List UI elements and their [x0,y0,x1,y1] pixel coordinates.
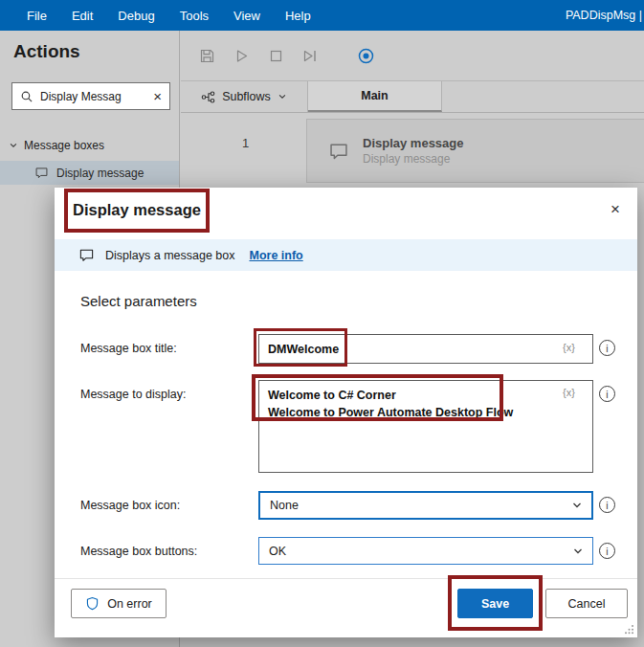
menubar: File Edit Debug Tools View Help PADDispM… [0,0,644,31]
message-to-display-label: Message to display: [80,388,186,401]
on-error-label: On error [107,597,152,611]
subflows-dropdown[interactable]: Subflows [181,81,308,112]
chevron-down-icon [572,546,584,557]
message-icon [34,166,49,180]
window-title: PADDispMsg | [566,9,644,22]
save-icon [199,48,215,64]
run-next-action-button[interactable] [300,45,321,66]
actions-search-input[interactable]: Display Messag × [11,82,170,110]
clear-search-icon[interactable]: × [153,89,162,103]
app-window: File Edit Debug Tools View Help PADDispM… [0,0,644,647]
info-icon[interactable]: i [599,340,615,356]
dialog-description: Displays a message box [105,249,234,262]
menu-file[interactable]: File [14,0,59,31]
info-icon[interactable]: i [599,543,615,559]
dialog-description-bar: Displays a message box More info [55,239,637,271]
dialog-footer: On error Save Cancel [55,578,637,637]
message-icon [328,141,349,162]
on-error-button[interactable]: On error [71,589,167,618]
menu-view[interactable]: View [221,0,273,31]
chevron-down-icon [571,500,583,511]
save-flow-button[interactable] [196,45,217,66]
search-query: Display Messag [40,90,146,103]
message-box-buttons-select[interactable]: OK [258,537,593,565]
message-box-title-input[interactable] [258,334,593,364]
action-card-subtitle: Display message [363,152,464,166]
stop-flow-button[interactable] [265,45,286,66]
action-card-display-message[interactable]: Display message Display message [306,119,644,183]
resize-grip[interactable] [624,624,634,635]
menu-tools[interactable]: Tools [167,0,221,31]
subflow-icon [201,90,215,104]
section-title: Select parameters [80,293,197,309]
menu-edit[interactable]: Edit [59,0,105,31]
run-next-icon [301,48,319,64]
designer-toolbar [181,31,644,80]
sidebar-item-display-message[interactable]: Display message [0,161,179,185]
shield-icon [85,596,100,611]
menu-debug[interactable]: Debug [105,0,167,31]
variable-picker-icon[interactable]: {x} [563,342,575,353]
recorder-button[interactable] [355,45,376,66]
sidebar-item-label: Display message [56,167,144,180]
menu-help[interactable]: Help [273,0,323,31]
tab-main-label: Main [361,89,388,102]
close-icon[interactable]: × [603,197,628,222]
selected-option: None [270,499,299,512]
message-box-icon-select[interactable]: None [258,491,593,520]
search-icon [20,90,33,103]
subflows-label: Subflows [222,90,271,103]
info-icon[interactable]: i [599,497,615,513]
stop-icon [268,48,284,64]
display-message-dialog: Display message × Displays a message box… [55,188,637,637]
more-info-link[interactable]: More info [249,249,302,262]
variable-picker-icon[interactable]: {x} [563,387,575,398]
record-icon [357,47,375,65]
save-button[interactable]: Save [457,589,533,618]
play-icon [233,48,250,64]
run-flow-button[interactable] [231,45,252,66]
action-card-title: Display message [363,136,464,150]
action-row-number: 1 [242,136,249,150]
selected-option: OK [269,545,286,558]
tab-strip: Subflows Main [181,80,644,113]
group-message-boxes[interactable]: Message boxes [9,139,104,152]
dialog-title: Display message [73,201,201,219]
message-icon [78,247,95,263]
message-box-buttons-label: Message box buttons: [80,545,197,558]
message-box-title-label: Message box title: [80,342,177,355]
actions-panel-title: Actions [13,41,80,62]
chevron-down-icon [9,141,18,150]
message-box-icon-label: Message box icon: [80,499,180,512]
info-icon[interactable]: i [599,386,615,402]
cancel-button[interactable]: Cancel [545,589,628,618]
group-label: Message boxes [24,139,104,152]
tab-main[interactable]: Main [308,81,442,112]
chevron-down-icon [278,92,287,101]
message-to-display-textarea[interactable]: Welcome to C# Corner Welcome to Power Au… [258,380,593,473]
